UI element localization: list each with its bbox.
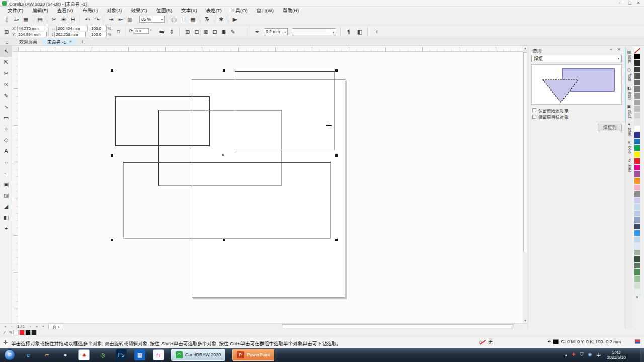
no-color-swatch[interactable] [634, 47, 640, 53]
lock-ratio-button[interactable]: ⊓ [114, 27, 123, 36]
options-button[interactable]: ✱ [216, 15, 226, 24]
color-swatch-22[interactable] [634, 191, 640, 197]
menu-item-5[interactable]: 效果(C) [126, 7, 151, 14]
taskbar-clock[interactable]: 5:43 2021/6/10 [607, 350, 626, 360]
transparency-tool[interactable]: ▨ [0, 190, 12, 201]
sync-app-icon[interactable]: ⇆ [153, 349, 164, 360]
utility-icon[interactable]: ◈ [78, 349, 90, 360]
interactive-fill-tool[interactable]: ◧ [0, 212, 12, 223]
document-palette-swatch-1[interactable] [19, 330, 25, 335]
freehand-tool[interactable]: ✎ [0, 90, 12, 101]
dimension-tool[interactable]: ↔ [0, 156, 12, 167]
export-button[interactable]: ⇤ [116, 15, 125, 24]
intersect-button[interactable]: ⊠ [201, 27, 210, 36]
color-swatch-1[interactable] [634, 53, 640, 60]
color-swatch-36[interactable] [634, 282, 640, 289]
color-swatch-3[interactable] [634, 66, 640, 73]
zoom-level-combo[interactable]: 85 %▾ [139, 16, 165, 23]
selection-handle-6[interactable] [223, 239, 225, 241]
color-swatch-8[interactable] [634, 99, 640, 106]
last-page-button[interactable]: » [34, 324, 40, 329]
docker-tab-6[interactable]: ↺历史 [625, 158, 633, 172]
tray-icon-1[interactable]: ⛉ [580, 352, 584, 358]
docker-collapse-icon[interactable]: « [610, 47, 612, 52]
object-width-field[interactable]: 200.404 mm [56, 26, 88, 31]
vertical-scroll-thumb[interactable] [523, 52, 527, 252]
fountain-fill-button[interactable]: ◧ [355, 27, 364, 36]
selection-handle-2[interactable] [335, 69, 338, 72]
next-page-button[interactable]: › [27, 324, 34, 329]
new-document-tab-button[interactable]: + [77, 38, 87, 45]
document-palette-swatch-3[interactable] [31, 330, 37, 335]
tray-icon-3[interactable]: 中 [596, 352, 601, 358]
x-position-field[interactable]: 44.275 mm [17, 26, 47, 31]
color-swatch-25[interactable] [634, 210, 640, 217]
paste-button[interactable]: ⊟ [68, 15, 78, 24]
media-player-icon[interactable]: ● [60, 349, 71, 360]
import-button[interactable]: ⇥ [106, 15, 116, 24]
color-swatch-12[interactable] [634, 125, 640, 132]
save-button[interactable]: ▦ [21, 15, 31, 24]
taskbar-coreldraw-button[interactable]: ◠ CorelDRAW 2020 [171, 349, 225, 361]
show-grid-button[interactable]: ▦ [188, 15, 198, 24]
keep-source-checkbox[interactable] [532, 108, 536, 112]
color-swatch-11[interactable] [634, 119, 640, 125]
redo-button[interactable]: ↷▾ [92, 15, 102, 24]
scroll-up-icon[interactable]: ▲ [523, 47, 528, 50]
folder-icon[interactable]: ▱ [41, 349, 52, 360]
color-swatch-29[interactable] [634, 236, 640, 243]
docker-close-icon[interactable]: ✕ [617, 47, 621, 52]
color-swatch-30[interactable] [634, 243, 640, 249]
eyedropper-tool[interactable]: ◢ [0, 201, 12, 212]
ie-icon[interactable]: e [23, 349, 34, 360]
color-swatch-23[interactable] [634, 197, 640, 204]
outline-width-combo[interactable]: 0.2 mm ▾ [264, 28, 288, 35]
weld-button[interactable]: ⊞ [183, 27, 192, 36]
connector-tool[interactable]: ⌐ [0, 167, 12, 178]
docker-tab-0[interactable]: ▤属性 [625, 50, 633, 64]
color-swatch-19[interactable] [634, 171, 640, 177]
document-palette-tool-icon-0[interactable]: ∕ [4, 330, 5, 335]
docker-tab-3[interactable]: ▣颜色 [625, 104, 633, 118]
rectangle-tool[interactable]: ▭ [0, 112, 12, 123]
selection-handle-5[interactable] [111, 239, 113, 241]
text-tool[interactable]: A [0, 145, 12, 156]
publish-pdf-button[interactable]: ▥ [125, 15, 135, 24]
selection-center-marker[interactable] [222, 154, 224, 156]
color-swatch-32[interactable] [634, 256, 640, 262]
shape-tool[interactable]: ⇱ [0, 57, 12, 68]
photoshop-icon[interactable]: Ps [116, 349, 127, 360]
launch-button[interactable]: ▶▾ [230, 15, 240, 24]
scale-y-field[interactable]: 100.0 [90, 32, 107, 37]
color-swatch-7[interactable] [634, 93, 640, 99]
color-swatch-9[interactable] [634, 106, 640, 112]
color-swatch-13[interactable] [634, 132, 640, 138]
color-swatch-17[interactable] [634, 158, 640, 164]
scroll-down-icon[interactable]: ▼ [523, 319, 528, 322]
color-swatch-5[interactable] [634, 79, 640, 86]
tab-welcome-screen[interactable]: 欢迎屏幕 [14, 38, 42, 45]
color-swatch-24[interactable] [634, 204, 640, 210]
pick-tool[interactable]: ↖ [0, 46, 12, 57]
y-position-field[interactable]: 264.994 mm [17, 32, 47, 37]
undo-button[interactable]: ↶▾ [83, 15, 92, 24]
mirror-vertical-button[interactable]: ⇕ [167, 27, 176, 36]
docker-tab-1[interactable]: ⬡对象 [625, 68, 633, 82]
selection-handle-4[interactable] [335, 154, 338, 157]
home-tab-button[interactable]: ⌂ [0, 38, 14, 45]
docker-tab-2[interactable]: ◧造形 [625, 86, 633, 100]
color-swatch-16[interactable] [634, 151, 640, 158]
object-height-field[interactable]: 202.258 mm [54, 32, 86, 37]
drop-shadow-tool[interactable]: ▣ [0, 178, 12, 190]
open-button[interactable]: ▱▾ [12, 15, 21, 24]
rectangle-wide[interactable] [123, 162, 331, 239]
color-swatch-6[interactable] [634, 86, 640, 93]
color-swatch-27[interactable] [634, 223, 640, 230]
color-swatch-28[interactable] [634, 230, 640, 236]
line-style-combo[interactable]: ▾ [292, 28, 336, 35]
color-swatch-35[interactable] [634, 276, 640, 282]
print-button[interactable]: ▤ [35, 15, 45, 24]
color-swatch-20[interactable] [634, 177, 640, 184]
polygon-tool[interactable]: ◇ [0, 134, 12, 145]
menu-item-1[interactable]: 编辑(E) [28, 7, 53, 14]
